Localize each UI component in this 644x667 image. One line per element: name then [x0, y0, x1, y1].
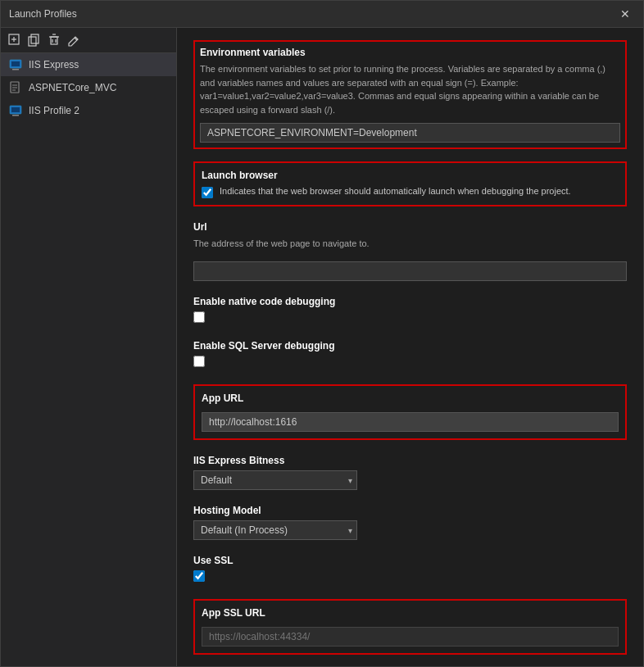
sidebar-item-iis-profile-2[interactable]: IIS Profile 2 [1, 99, 176, 122]
sql-debug-title: Enable SQL Server debugging [193, 340, 627, 352]
svg-rect-3 [31, 34, 39, 43]
sql-debug-checkbox[interactable] [193, 356, 205, 367]
env-vars-description: The environment variables to set prior t… [200, 62, 620, 116]
iis-bitness-section: IIS Express Bitness Default x86 x64 ▾ [193, 455, 627, 490]
url-input[interactable] [193, 261, 627, 281]
window-title: Launch Profiles [9, 8, 77, 20]
iis-bitness-wrapper: Default x86 x64 ▾ [193, 470, 357, 490]
hosting-model-title: Hosting Model [193, 505, 627, 516]
iis-express-label: IIS Express [29, 59, 79, 70]
url-title: Url [193, 221, 627, 233]
use-ssl-checkbox[interactable] [193, 570, 205, 582]
aspnetcore-label: ASPNETCore_MVC [29, 82, 116, 93]
native-debug-title: Enable native code debugging [193, 296, 627, 307]
copy-profile-icon[interactable] [27, 33, 42, 48]
iis-profile2-icon [9, 104, 22, 117]
launch-profiles-window: Launch Profiles ✕ [0, 0, 644, 667]
url-section: Url The address of the web page to navig… [193, 221, 627, 281]
launch-browser-label: Indicates that the web browser should au… [220, 185, 571, 197]
content-area: IIS Express ASPNETCore_MVC [1, 28, 643, 666]
app-ssl-url-section: App SSL URL [193, 599, 627, 655]
url-description: The address of the web page to navigate … [193, 237, 627, 251]
hosting-model-wrapper: Default (In Process) In Process Out of P… [193, 520, 357, 540]
rename-profile-icon[interactable] [66, 33, 81, 48]
add-profile-icon[interactable] [7, 33, 22, 48]
sidebar-item-aspnetcore[interactable]: ASPNETCore_MVC [1, 76, 176, 99]
sidebar: IIS Express ASPNETCore_MVC [1, 28, 177, 666]
sidebar-toolbar [1, 28, 176, 53]
app-ssl-url-input[interactable] [202, 627, 619, 647]
sidebar-items-list: IIS Express ASPNETCore_MVC [1, 53, 176, 666]
hosting-model-section: Hosting Model Default (In Process) In Pr… [193, 505, 627, 540]
svg-rect-4 [29, 37, 36, 46]
native-debug-checkbox[interactable] [193, 311, 205, 323]
launch-browser-title: Launch browser [202, 170, 619, 181]
main-panel: Environment variables The environment va… [177, 28, 643, 666]
use-ssl-title: Use SSL [193, 555, 627, 566]
svg-rect-13 [12, 69, 19, 70]
iis-bitness-title: IIS Express Bitness [193, 455, 627, 466]
sql-debug-section: Enable SQL Server debugging [193, 340, 627, 370]
iis-bitness-select[interactable]: Default x86 x64 [193, 470, 357, 490]
app-url-title: App URL [202, 392, 619, 404]
launch-browser-section: Launch browser Indicates that the web br… [193, 161, 627, 206]
env-vars-title: Environment variables [200, 47, 620, 58]
launch-browser-row: Indicates that the web browser should au… [202, 185, 619, 198]
native-debug-section: Enable native code debugging [193, 296, 627, 325]
sidebar-item-iis-express[interactable]: IIS Express [1, 53, 176, 76]
iis-profile2-label: IIS Profile 2 [29, 105, 79, 116]
app-url-section: App URL [193, 384, 627, 440]
env-vars-section: Environment variables The environment va… [193, 40, 627, 149]
svg-rect-19 [11, 107, 20, 112]
close-button[interactable]: ✕ [615, 6, 635, 22]
aspnetcore-icon [9, 81, 22, 94]
launch-browser-checkbox[interactable] [202, 187, 213, 198]
iis-express-icon [9, 58, 22, 71]
app-ssl-url-title: App SSL URL [202, 607, 619, 619]
app-url-input[interactable] [202, 412, 619, 432]
title-bar: Launch Profiles ✕ [1, 1, 643, 28]
hosting-model-select[interactable]: Default (In Process) In Process Out of P… [193, 520, 357, 540]
svg-rect-12 [11, 61, 20, 66]
delete-profile-icon[interactable] [47, 33, 61, 48]
use-ssl-section: Use SSL [193, 555, 627, 584]
env-vars-input[interactable] [200, 123, 620, 143]
svg-rect-20 [12, 115, 19, 116]
svg-rect-6 [51, 37, 57, 44]
